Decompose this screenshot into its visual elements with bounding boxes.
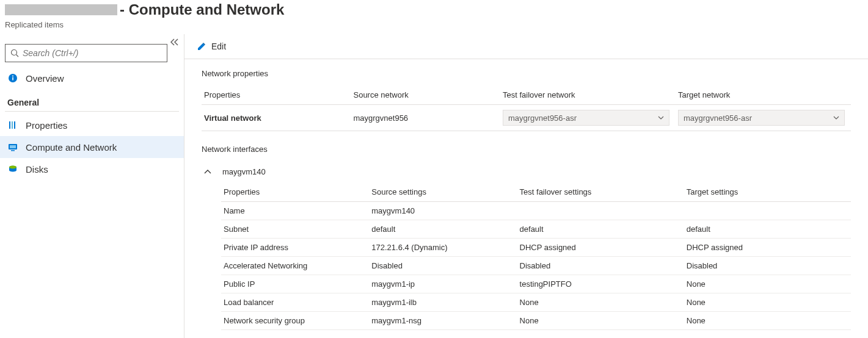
nic-cell-source: maygvm1-ilb (369, 293, 517, 312)
edit-button[interactable]: Edit (197, 41, 226, 51)
nav-properties-label: Properties (26, 120, 67, 131)
nic-cell-label: Subnet (221, 220, 369, 239)
disks-icon (7, 164, 18, 174)
vnet-source: maygrgvnet956 (351, 105, 500, 131)
nic-settings-table: Properties Source settings Test failover… (221, 182, 851, 330)
nic-expand-toggle[interactable]: maygvm140 (202, 161, 851, 182)
col-header-target: Target network (676, 85, 851, 105)
col-header-test: Test failover network (500, 85, 676, 105)
nic-cell-label: Accelerated Networking (221, 257, 369, 275)
svg-rect-6 (12, 121, 13, 129)
nav-overview[interactable]: Overview (0, 67, 184, 89)
nic-cell-target: default (684, 220, 851, 239)
nic-cell-label: Network security group (221, 312, 369, 330)
nav-disks[interactable]: Disks (0, 158, 184, 180)
svg-point-0 (12, 50, 17, 56)
test-failover-network-value: maygrgvnet956-asr (508, 113, 577, 123)
svg-rect-10 (11, 150, 15, 151)
nic-col-properties: Properties (221, 182, 369, 202)
nic-cell-test: DHCP assigned (517, 239, 684, 257)
search-input[interactable] (23, 48, 162, 58)
nic-row: Load balancermaygvm1-ilbNoneNone (221, 293, 851, 312)
nav-compute-network[interactable]: Compute and Network (0, 136, 184, 158)
nic-cell-target: None (684, 293, 851, 312)
nic-cell-test: Disabled (517, 257, 684, 275)
search-icon (10, 49, 19, 57)
svg-point-12 (9, 166, 16, 169)
toolbar: Edit (184, 34, 868, 59)
nic-cell-test (517, 202, 684, 220)
target-network-value: maygrgvnet956-asr (684, 113, 752, 123)
nic-row: Namemaygvm140 (221, 202, 851, 220)
nic-col-source: Source settings (369, 182, 517, 202)
nic-cell-source: maygvm140 (369, 202, 517, 220)
nic-cell-label: Public IP (221, 275, 369, 293)
chevron-down-icon (833, 116, 839, 120)
nic-cell-source: default (369, 220, 517, 239)
nic-row: Network security groupmaygvm1-nsgNoneNon… (221, 312, 851, 330)
network-properties-title: Network properties (202, 69, 851, 78)
page-header: - Compute and Network Replicated items (0, 0, 868, 34)
edit-label: Edit (211, 41, 226, 51)
divider (5, 111, 179, 112)
nav-overview-label: Overview (26, 73, 64, 84)
svg-line-1 (16, 55, 19, 57)
nic-col-target: Target settings (684, 182, 851, 202)
search-input-wrapper[interactable] (5, 44, 167, 62)
nic-cell-test: None (517, 293, 684, 312)
target-network-dropdown[interactable]: maygrgvnet956-asr (678, 110, 845, 126)
vnet-label: Virtual network (202, 105, 351, 131)
chevron-down-icon (658, 116, 664, 120)
svg-point-4 (12, 76, 13, 77)
nic-cell-target: None (684, 312, 851, 330)
network-interfaces-title: Network interfaces (202, 145, 851, 154)
nic-cell-target (684, 202, 851, 220)
nic-row: Private IP address172.21.6.4 (Dynamic)DH… (221, 239, 851, 257)
nic-cell-label: Name (221, 202, 369, 220)
nic-row: Accelerated NetworkingDisabledDisabledDi… (221, 257, 851, 275)
test-failover-network-dropdown[interactable]: maygrgvnet956-asr (503, 110, 669, 126)
sidebar: Overview General Properties Compute and … (0, 34, 184, 338)
nic-cell-test: default (517, 220, 684, 239)
nic-cell-source: Disabled (369, 257, 517, 275)
breadcrumb: Replicated items (5, 20, 863, 29)
nic-cell-label: Load balancer (221, 293, 369, 312)
col-header-source: Source network (351, 85, 500, 105)
nav-compute-network-label: Compute and Network (26, 142, 117, 153)
nic-cell-target: DHCP assigned (684, 239, 851, 257)
nic-row: Public IPmaygvm1-iptestingPIPTFONone (221, 275, 851, 293)
nic-cell-test: None (517, 312, 684, 330)
nic-col-test: Test failover settings (517, 182, 684, 202)
properties-icon (7, 120, 18, 131)
svg-rect-7 (14, 121, 15, 129)
section-general-label: General (0, 89, 184, 111)
edit-icon (197, 41, 206, 51)
page-title: - Compute and Network (120, 1, 284, 18)
redacted-resource-name (5, 4, 117, 15)
nic-name: maygvm140 (222, 167, 266, 176)
nic-cell-source: maygvm1-nsg (369, 312, 517, 330)
svg-rect-3 (12, 77, 13, 81)
nav-disks-label: Disks (26, 164, 48, 174)
info-icon (7, 73, 18, 84)
nic-cell-source: 172.21.6.4 (Dynamic) (369, 239, 517, 257)
chevron-double-left-icon (170, 38, 179, 46)
nic-cell-label: Private IP address (221, 239, 369, 257)
nic-cell-test: testingPIPTFO (517, 275, 684, 293)
nic-row: Subnetdefaultdefaultdefault (221, 220, 851, 239)
svg-rect-9 (10, 145, 16, 148)
svg-rect-5 (9, 121, 10, 129)
network-properties-table: Properties Source network Test failover … (202, 85, 851, 131)
virtual-network-row: Virtual network maygrgvnet956 maygrgvnet… (202, 105, 851, 131)
col-header-properties: Properties (202, 85, 351, 105)
nav-properties[interactable]: Properties (0, 114, 184, 136)
nic-cell-target: Disabled (684, 257, 851, 275)
compute-network-icon (7, 142, 18, 153)
nic-cell-source: maygvm1-ip (369, 275, 517, 293)
main-content: Edit Network properties Properties Sourc… (184, 34, 868, 338)
nic-cell-target: None (684, 275, 851, 293)
collapse-sidebar-button[interactable] (170, 38, 179, 48)
chevron-up-icon (204, 167, 211, 176)
